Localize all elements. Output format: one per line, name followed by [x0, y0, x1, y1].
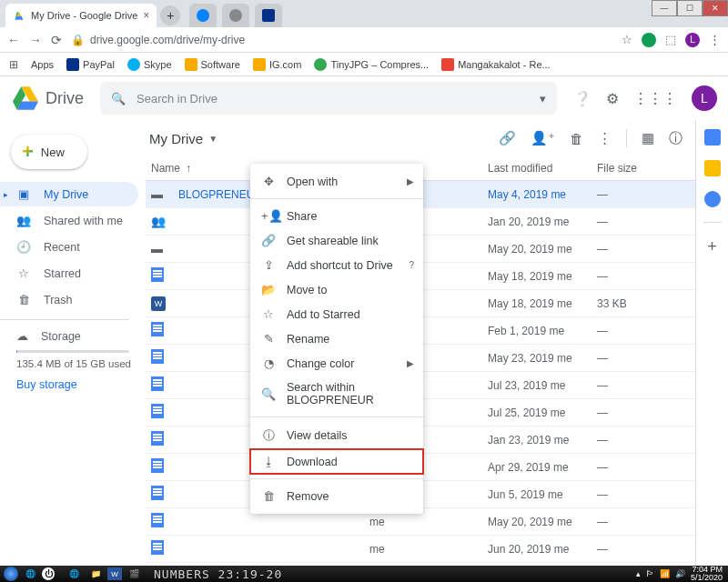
sidebar-item-trash[interactable]: 🗑 Trash [0, 287, 138, 312]
menu-item-label: Move to [287, 284, 327, 296]
file-size: — [597, 434, 682, 447]
docs-icon [151, 513, 169, 530]
file-owner: me [369, 516, 488, 528]
system-tray[interactable]: ▴ 🏳 📶 🔊 7:04 PM 5/1/2020 [636, 566, 728, 582]
breadcrumb[interactable]: My Drive▼ [149, 131, 217, 146]
background-tab[interactable] [189, 4, 217, 27]
add-addon-icon[interactable]: + [707, 237, 717, 256]
context-menu-item[interactable]: ⇪Add shortcut to Drive? [250, 253, 423, 277]
context-menu-item[interactable]: 🔍Search within BLOGPRENEUR [250, 376, 423, 412]
buy-storage-link[interactable]: Buy storage [16, 378, 138, 391]
context-menu-item[interactable]: ⓘView details [250, 422, 423, 449]
share-person-icon[interactable]: 👤⁺ [531, 130, 555, 146]
background-tab[interactable] [222, 4, 249, 27]
start-button[interactable] [4, 567, 18, 581]
sidebar-item-my-drive[interactable]: ▣ My Drive [0, 182, 138, 206]
taskbar-clock[interactable]: 7:04 PM 5/1/2020 [691, 566, 723, 582]
settings-icon[interactable]: ⚙ [606, 90, 619, 107]
context-menu-item[interactable]: ☆Add to Starred [250, 302, 423, 326]
chrome-menu-icon[interactable]: ⋮ [709, 33, 721, 46]
drive-logo[interactable]: Drive [13, 86, 84, 110]
bookmark-item[interactable]: Mangakakalot - Re... [441, 58, 551, 71]
extension-icon[interactable]: ⬚ [665, 33, 676, 46]
help-icon[interactable]: ? [409, 260, 414, 270]
maximize-button[interactable]: ☐ [677, 0, 703, 16]
new-button-label: New [41, 146, 65, 159]
file-modified: Jun 20, 2019 me [488, 543, 597, 556]
search-box[interactable]: 🔍 Search in Drive ▾ [100, 82, 557, 115]
sidebar-item-recent[interactable]: 🕘 Recent [0, 235, 138, 259]
taskbar-app-icon[interactable]: 🎬 [124, 567, 144, 581]
tray-volume-icon[interactable]: 🔊 [675, 569, 685, 578]
taskbar-app-icon[interactable]: ⏻ [42, 567, 55, 580]
bookmark-item[interactable]: PayPal [66, 58, 115, 71]
context-menu-item[interactable]: 🗑Remove [250, 484, 423, 508]
column-size[interactable]: File size [597, 162, 682, 175]
browser-tab-active[interactable]: My Drive - Google Drive × [5, 4, 157, 27]
new-tab-button[interactable]: + [160, 5, 180, 25]
file-size: — [597, 488, 682, 501]
link-icon[interactable]: 🔗 [499, 130, 516, 146]
more-actions-icon[interactable]: ⋮ [598, 130, 612, 146]
url-field[interactable]: 🔒 drive.google.com/drive/my-drive [71, 34, 612, 46]
docs-icon [151, 486, 169, 503]
context-menu-item[interactable]: ✥Open with▶ [250, 169, 423, 194]
close-window-button[interactable]: ✕ [703, 0, 728, 16]
menu-item-icon: ✥ [261, 175, 276, 188]
tasks-icon[interactable] [704, 191, 721, 207]
bookmark-item[interactable]: IG.com [253, 58, 301, 71]
star-icon[interactable]: ☆ [622, 33, 632, 46]
context-menu-item[interactable]: 📂Move to [250, 277, 423, 302]
file-modified: Jan 23, 2019 me [488, 434, 597, 447]
profile-avatar[interactable]: L [685, 33, 700, 47]
recent-icon: 🕘 [16, 240, 31, 254]
taskbar-explorer-icon[interactable]: 📁 [86, 567, 106, 581]
tray-icon[interactable]: 🏳 [646, 569, 654, 578]
background-tab[interactable] [255, 4, 282, 27]
file-owner: me [369, 543, 488, 556]
folder-icon: ▬ [151, 242, 169, 256]
context-menu-item[interactable]: ✎Rename [250, 326, 423, 351]
menu-item-label: Add to Starred [287, 308, 360, 321]
extension-icon[interactable] [642, 33, 656, 47]
taskbar-word-icon[interactable]: W [107, 567, 122, 580]
taskbar-app-icon[interactable]: 🌐 [64, 567, 84, 581]
sidebar-item-shared[interactable]: 👥 Shared with me [0, 208, 138, 233]
calendar-icon[interactable] [704, 129, 721, 146]
tab-close-icon[interactable]: × [143, 9, 149, 22]
file-modified: Apr 29, 2019 me [488, 461, 597, 474]
file-size: — [597, 379, 682, 392]
tray-arrow-icon[interactable]: ▴ [636, 569, 641, 578]
trash-action-icon[interactable]: 🗑 [570, 131, 583, 146]
support-icon[interactable]: ❔ [573, 90, 592, 107]
bookmark-item[interactable]: TinyJPG – Compres... [314, 58, 429, 71]
column-modified[interactable]: Last modified [488, 162, 597, 175]
keep-icon[interactable] [704, 160, 721, 176]
docs-icon [151, 540, 169, 557]
search-options-icon[interactable]: ▾ [540, 92, 546, 105]
context-menu-item[interactable]: +👤Share [250, 204, 423, 228]
sidebar-item-starred[interactable]: ☆ Starred [0, 261, 138, 286]
file-size: — [597, 352, 682, 365]
bookmark-item[interactable]: Apps [31, 59, 54, 70]
back-button[interactable]: ← [7, 33, 20, 47]
new-button[interactable]: + New [11, 135, 87, 169]
bookmark-item[interactable]: Skype [127, 58, 172, 71]
forward-button[interactable]: → [29, 33, 42, 47]
tray-network-icon[interactable]: 📶 [660, 569, 670, 578]
context-menu-item[interactable]: 🔗Get shareable link [250, 228, 423, 253]
file-row[interactable]: meJun 20, 2019 me— [146, 536, 695, 563]
apps-grid-icon[interactable]: ⋮⋮⋮ [633, 90, 677, 107]
context-menu-item[interactable]: ◔Change color▶ [250, 351, 423, 376]
my-drive-icon: ▣ [16, 187, 31, 201]
minimize-button[interactable]: — [652, 0, 677, 16]
info-icon[interactable]: ⓘ [669, 130, 682, 147]
account-avatar[interactable]: L [692, 85, 717, 111]
bookmark-item[interactable]: Software [185, 58, 240, 71]
grid-view-icon[interactable]: ▦ [642, 130, 654, 146]
sidebar-item-storage[interactable]: ☁ Storage [16, 329, 138, 343]
apps-icon[interactable]: ⊞ [9, 58, 18, 71]
taskbar-chrome-icon[interactable]: 🌐 [20, 567, 40, 581]
reload-button[interactable]: ⟳ [51, 33, 62, 47]
context-menu-item[interactable]: ⭳Download [250, 449, 423, 474]
